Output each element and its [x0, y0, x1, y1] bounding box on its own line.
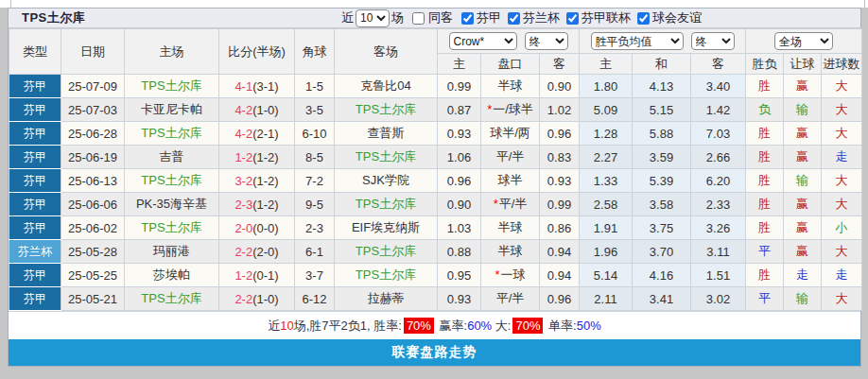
same-away-checkbox[interactable]: [412, 12, 425, 25]
home-team[interactable]: TPS土尔库: [125, 75, 219, 98]
handicap-result: 输: [784, 287, 822, 311]
corner-count: 3-7: [295, 264, 335, 287]
half-score: (2-0): [252, 245, 278, 259]
full-score: 4-1: [234, 79, 252, 94]
away-team[interactable]: TPS土尔库: [335, 146, 438, 169]
match-type-cell: 芬甲: [9, 75, 61, 98]
goals-result-text: 走: [836, 267, 848, 282]
home-team[interactable]: 玛丽港: [125, 240, 219, 264]
score-cell: 2-2(1-0): [219, 287, 295, 311]
match-row: 芬甲25-06-06PK-35海辛基2-3(1-2)9-5TPS土尔库0.90*…: [9, 193, 862, 216]
match-result-text: 胜: [758, 220, 771, 234]
match-date: 25-06-19: [61, 146, 125, 169]
match-row: 芬兰杯25-05-28玛丽港2-2(2-0)6-1TPS土尔库0.88半球0.9…: [9, 240, 862, 264]
match-type-cell: 芬甲: [9, 169, 61, 193]
eu-away-odds: 3.40: [691, 75, 746, 98]
handicap-result: 赢: [784, 193, 822, 216]
home-team[interactable]: TPS土尔库: [125, 169, 219, 193]
eu-draw-odds: 5.39: [633, 169, 691, 193]
handicap-text: 平/半: [496, 291, 525, 305]
handicap-result-text: 赢: [796, 220, 808, 234]
league-filter[interactable]: 芬甲: [455, 9, 501, 26]
home-team[interactable]: 卡亚尼卡帕: [125, 98, 219, 122]
match-date: 25-06-13: [61, 169, 125, 193]
handicap-result-text: 输: [796, 291, 808, 305]
match-row: 芬甲25-07-03卡亚尼卡帕4-2(1-0)3-5TPS土尔库0.87*一/球…: [9, 98, 862, 122]
panel-titlebar: TPS土尔库 近 10 场 同客 芬甲芬兰杯芬甲联杯球会友谊: [9, 9, 860, 28]
away-team[interactable]: TPS土尔库: [335, 193, 438, 216]
summary-segment: 近: [268, 318, 280, 335]
home-team[interactable]: PK-35海辛基: [125, 193, 219, 216]
away-team[interactable]: SJK学院: [335, 169, 438, 193]
away-team[interactable]: TPS土尔库: [335, 240, 438, 264]
subcol-handicap: 盘口: [481, 54, 540, 75]
league-checkbox[interactable]: [508, 12, 520, 25]
home-team[interactable]: TPS土尔库: [125, 216, 219, 240]
handicap-result-text: 赢: [796, 197, 808, 211]
eu-home-odds: 1.80: [580, 75, 633, 98]
ah-home-odds: 1.03: [438, 216, 481, 240]
eu-home-odds: 1.96: [580, 240, 633, 264]
match-row: 芬甲25-05-21TPS土尔库2-2(1-0)6-12拉赫蒂0.93平/半0.…: [9, 287, 862, 311]
away-team[interactable]: 查普斯: [335, 122, 438, 146]
handicap-cell: 半球: [481, 240, 540, 264]
handicap-result: 赢: [784, 216, 822, 240]
handicap-time-select[interactable]: 终: [525, 32, 568, 50]
ah-away-odds: 1.02: [540, 98, 580, 122]
corner-count: 6-12: [295, 287, 335, 311]
handicap-text: 一球: [501, 267, 526, 282]
away-team[interactable]: EIF埃克纳斯: [335, 216, 438, 240]
eu-draw-odds: 3.70: [633, 240, 691, 264]
league-checkbox[interactable]: [637, 12, 650, 25]
home-team[interactable]: 吉普: [125, 146, 219, 169]
corner-count: 8-5: [295, 146, 335, 169]
eu-home-odds: 2.11: [580, 287, 633, 311]
europe-odds-select[interactable]: 胜平负均值: [591, 32, 684, 50]
league-filter[interactable]: 芬甲联杯: [560, 9, 631, 26]
score-cell: 3-2(1-2): [219, 169, 295, 193]
score-cell: 2-3(1-2): [219, 193, 295, 216]
league-checkbox[interactable]: [461, 12, 474, 25]
match-date: 25-06-06: [61, 193, 125, 216]
match-type-cell: 芬甲: [9, 146, 61, 169]
same-away-label: 同客: [428, 9, 453, 26]
away-team[interactable]: 拉赫蒂: [335, 287, 438, 311]
handicap-result-text: 赢: [796, 244, 808, 258]
handicap-text: 平/半: [496, 149, 525, 164]
match-result: 胜: [746, 169, 784, 193]
europe-time-select[interactable]: 终: [691, 32, 735, 50]
scope-select[interactable]: 全场: [774, 32, 833, 50]
match-date: 25-07-09: [61, 75, 125, 98]
ah-home-odds: 0.96: [438, 169, 481, 193]
home-team[interactable]: TPS土尔库: [125, 287, 219, 311]
subcol-ah-home: 主: [438, 54, 481, 75]
subcol-eu-draw: 和: [633, 54, 691, 75]
match-result-text: 平: [758, 244, 771, 258]
away-team[interactable]: TPS土尔库: [335, 264, 438, 287]
away-team[interactable]: TPS土尔库: [335, 98, 438, 122]
summary-segment: 单率:: [545, 318, 576, 335]
goals-result: 大: [822, 193, 862, 216]
top-divider-line: [864, 0, 865, 8]
half-score: (0-0): [252, 221, 278, 235]
summary-line: 近10场,胜7平2负1, 胜率:70% 赢率:60% 大:70% 单率:50%: [9, 311, 860, 339]
ah-away-odds: 0.99: [540, 193, 580, 216]
handicap-result: 赢: [784, 146, 822, 169]
bookmaker-select[interactable]: Crow*: [449, 32, 517, 50]
goals-result-text: 小: [836, 220, 848, 234]
goals-result-text: 大: [836, 291, 848, 305]
home-team[interactable]: 莎埃帕: [125, 264, 219, 287]
ah-away-odds: 0.90: [540, 75, 580, 98]
team-matches-panel: TPS土尔库 近 10 场 同客 芬甲芬兰杯芬甲联杯球会友谊: [8, 8, 861, 367]
top-divider-line: [10, 0, 11, 8]
league-checkbox[interactable]: [566, 12, 579, 25]
col-header-away: 客场: [335, 29, 438, 75]
half-score: (1-0): [252, 292, 278, 306]
recent-count-select[interactable]: 10: [356, 9, 390, 27]
league-filter[interactable]: 球会友谊: [631, 9, 702, 26]
col-header-score: 比分(半场): [219, 29, 295, 75]
league-filter[interactable]: 芬兰杯: [501, 9, 560, 26]
away-team[interactable]: 克鲁比04: [335, 75, 438, 98]
handicap-text: 球半: [498, 173, 523, 187]
home-team[interactable]: TPS土尔库: [125, 122, 219, 146]
